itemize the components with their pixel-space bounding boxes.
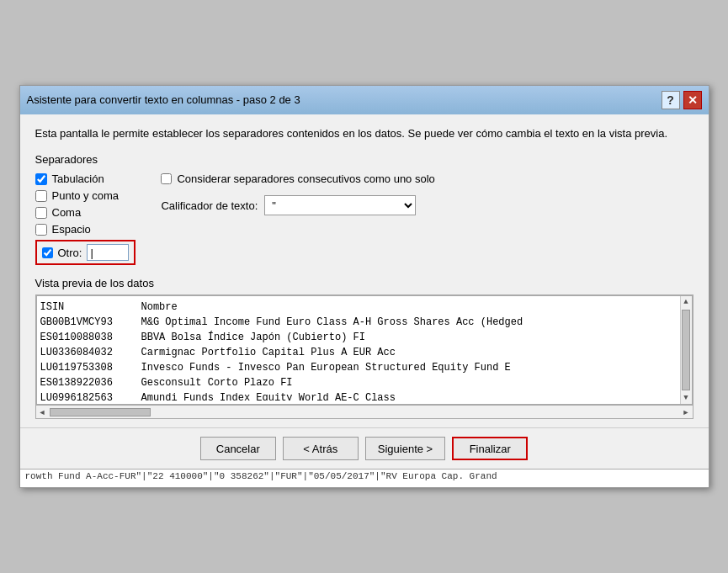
scroll-thumb-v[interactable] — [682, 310, 690, 390]
title-bar: Asistente para convertir texto en column… — [20, 86, 709, 114]
bottom-bar: rowth Fund A-Acc-FUR"|"22 410000"|"0 358… — [20, 469, 709, 487]
otro-label: Otro: — [58, 247, 82, 259]
otro-row: Otro: — [35, 240, 136, 265]
espacio-label: Espacio — [52, 223, 91, 236]
preview-row-6: LU0996182563Amundi Funds Index Equity Wo… — [40, 390, 688, 401]
title-bar-left: Asistente para convertir texto en column… — [27, 93, 300, 106]
scroll-down-arrow[interactable]: ▼ — [682, 392, 689, 404]
otro-checkbox[interactable] — [42, 247, 53, 258]
punto-coma-checkbox[interactable] — [35, 190, 47, 202]
back-button[interactable]: < Atrás — [283, 437, 359, 460]
cancel-button[interactable]: Cancelar — [200, 437, 276, 460]
punto-coma-label: Punto y coma — [52, 189, 120, 202]
scroll-left-arrow[interactable]: ◄ — [36, 408, 49, 416]
tabulacion-row: Tabulación — [35, 172, 136, 185]
tabulacion-checkbox[interactable] — [35, 173, 47, 185]
consecutivos-row: Considerar separadores consecutivos como… — [161, 172, 434, 185]
help-button[interactable]: ? — [662, 91, 680, 109]
preview-row-5: ES0138922036Gesconsult Corto Plazo FI — [40, 375, 688, 390]
separators-right: Considerar separadores consecutivos como… — [161, 172, 434, 265]
consecutivos-label: Considerar separadores consecutivos como… — [177, 172, 434, 185]
description-text: Esta pantalla le permite establecer los … — [35, 126, 693, 141]
calificador-row: Calificador de texto: " ' Ninguno — [161, 195, 434, 215]
preview-label: Vista previa de los datos — [35, 277, 693, 289]
title-bar-right: ? ✕ — [662, 91, 702, 109]
consecutivos-checkbox[interactable] — [161, 173, 172, 184]
scroll-right-arrow[interactable]: ► — [680, 408, 693, 416]
otro-input[interactable] — [87, 244, 129, 261]
preview-row-0: ISINNombre — [40, 300, 688, 315]
coma-row: Coma — [35, 206, 136, 219]
coma-label: Coma — [52, 206, 82, 219]
close-button[interactable]: ✕ — [683, 91, 702, 109]
tabulacion-label: Tabulación — [52, 172, 104, 185]
preview-row-3: LU0336084032Carmignac Portfolio Capital … — [40, 345, 688, 360]
preview-row-1: GB00B1VMCY93M&G Optimal Income Fund Euro… — [40, 315, 688, 330]
espacio-checkbox[interactable] — [35, 224, 47, 236]
main-dialog: Asistente para convertir texto en column… — [19, 85, 709, 488]
calificador-select[interactable]: " ' Ninguno — [264, 195, 416, 215]
scroll-up-arrow[interactable]: ▲ — [682, 296, 689, 308]
finish-button[interactable]: Finalizar — [452, 437, 528, 460]
preview-section: Vista previa de los datos ISINNombre GB0… — [35, 277, 693, 419]
separadores-label: Separadores — [35, 153, 693, 166]
next-button[interactable]: Siguiente > — [365, 437, 445, 460]
punto-coma-row: Punto y coma — [35, 189, 136, 202]
dialog-footer: Cancelar < Atrás Siguiente > Finalizar — [20, 427, 709, 469]
dialog-body: Esta pantalla le permite establecer los … — [20, 114, 709, 427]
scroll-thumb-h[interactable] — [50, 408, 151, 416]
preview-row-4: LU0119753308Invesco Funds - Invesco Pan … — [40, 360, 688, 375]
preview-content: ISINNombre GB00B1VMCY93M&G Optimal Incom… — [40, 300, 688, 401]
dialog-title: Asistente para convertir texto en column… — [27, 93, 300, 106]
separators-left: Tabulación Punto y coma Coma Espacio Otr… — [35, 172, 136, 265]
preview-row-2: ES0110088038BBVA Bolsa Índice Japón (Cub… — [40, 330, 688, 345]
coma-checkbox[interactable] — [35, 207, 47, 219]
preview-box: ISINNombre GB00B1VMCY93M&G Optimal Incom… — [36, 295, 693, 405]
espacio-row: Espacio — [35, 223, 136, 236]
vertical-scrollbar[interactable]: ▲ ▼ — [680, 296, 692, 404]
calificador-label: Calificador de texto: — [161, 199, 258, 212]
preview-label-text: Vista previa de los datos — [35, 277, 154, 289]
horizontal-scrollbar[interactable]: ◄ ► — [35, 406, 693, 419]
separators-area: Tabulación Punto y coma Coma Espacio Otr… — [35, 172, 693, 265]
